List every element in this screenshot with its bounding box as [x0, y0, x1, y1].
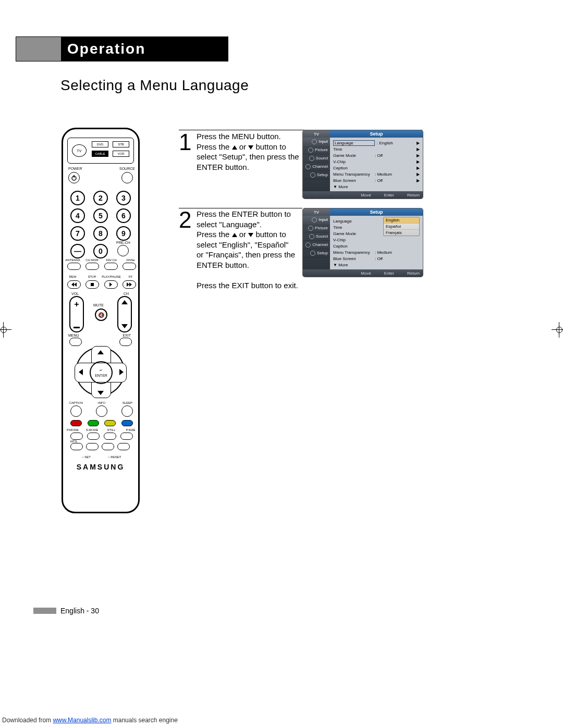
osd-side-picture: Picture: [303, 146, 330, 154]
osd-row-caption: Caption: [333, 166, 375, 170]
page-title: Selecting a Menu Language: [60, 77, 249, 94]
osd-sidebar: Input Picture Sound Channel Setup: [303, 216, 330, 269]
remote-green-button: [88, 420, 99, 426]
remote-num-0: 0: [93, 244, 108, 258]
osd-side-setup: Setup: [303, 171, 330, 179]
minus-icon: [74, 327, 80, 328]
step2-line2: select "Language".: [197, 220, 262, 229]
remote-dnse-button: [123, 263, 136, 270]
remote-mts-button: [70, 443, 83, 450]
remote-menu-label: MENU: [68, 334, 79, 337]
step-2-number: 2: [179, 207, 191, 233]
osd-row-caption: Caption: [333, 244, 375, 249]
remote-row4: [70, 433, 133, 440]
remote-menu-button: [69, 338, 82, 346]
mute-icon: 🔇: [98, 312, 104, 318]
remote-favch-button: [104, 263, 118, 270]
remote-row2: [67, 263, 136, 270]
remote-num-8: 8: [93, 226, 108, 241]
setup-icon: [310, 251, 315, 256]
remote-ff-label: FF: [121, 275, 140, 278]
osd-row-more: ▼ More: [333, 183, 420, 189]
remote-num-3: 3: [116, 191, 131, 205]
remote-num-dash: —: [70, 244, 85, 258]
chevron-right-icon: ▶: [415, 172, 420, 177]
remote-prech-button: [117, 245, 129, 256]
osd-screenshot-2: TV Setup Input Picture Sound Channel Set…: [303, 208, 423, 277]
osd-row-vchip: V-Chip: [333, 159, 375, 164]
plus-icon: +: [74, 300, 79, 309]
remote-dnse-label: DNSe: [121, 258, 140, 262]
chevron-right-icon: ▶: [415, 178, 420, 183]
osd-bottom-bar: Move Enter Return: [303, 191, 423, 199]
osd-main: Language: English▶ Time▶ Game Mode: Off▶…: [330, 138, 423, 191]
osd-row-time: Time: [333, 225, 375, 230]
osd-side-picture: Picture: [303, 224, 330, 232]
remote-num-2: 2: [93, 191, 108, 205]
header-black-block: Operation: [61, 37, 228, 61]
remote-mute-label: MUTE: [93, 303, 104, 307]
manualslib-link[interactable]: www.Manualslib.com: [53, 717, 111, 724]
power-icon: [70, 174, 78, 181]
remote-source-label: SOURCE: [119, 167, 135, 170]
chevron-right-icon: ▶: [415, 147, 420, 152]
remote-exit-label: EXIT: [123, 334, 131, 337]
osd-row-blue: Blue Screen: [333, 256, 375, 261]
picture-icon: [308, 147, 313, 153]
crop-mark-left: [0, 322, 11, 338]
osd-row-blue-value: : Off: [375, 256, 420, 261]
remote-favch-label: FAV.CH: [102, 258, 121, 262]
remote-still-button: [104, 433, 116, 440]
remote-extra2-button: [102, 443, 114, 450]
step2-line7: Press the EXIT button to exit.: [197, 281, 298, 290]
step2-line5: or "Français", then press the: [197, 250, 295, 259]
remote-color-row: [70, 420, 133, 426]
remote-row5: [70, 443, 133, 450]
remote-vol-label: VOL: [71, 292, 79, 295]
osd-side-input: Input: [303, 138, 330, 146]
osd-enter-hint: Enter: [378, 271, 394, 276]
osd-sidebar: Input Picture Sound Channel Setup: [303, 138, 330, 191]
remote-num-1: 1: [70, 191, 85, 205]
remote-pmode-label: P.MODE: [63, 428, 82, 431]
remote-num-6: 6: [116, 208, 131, 223]
remote-dvd-button: DVD: [92, 141, 108, 147]
osd-side-sound: Sound: [303, 232, 330, 241]
remote-exit-button: [119, 338, 132, 346]
osd-row-menutrans: Menu Transparency: [333, 250, 375, 255]
remote-num-4: 4: [70, 208, 85, 223]
remote-source-button: [121, 172, 133, 183]
remote-yellow-button: [104, 420, 116, 426]
chevron-right-icon: ▶: [415, 166, 420, 170]
dpad-up-icon: [97, 350, 104, 354]
remote-ff-button: [123, 280, 136, 289]
remote-vol-rocker: +: [69, 296, 84, 332]
remote-enter-button: ↵ ENTER: [90, 361, 113, 384]
remote-stop-label: STOP: [82, 275, 102, 278]
remote-rew-label: REW: [63, 275, 82, 278]
remote-sleep-button: [121, 405, 133, 417]
remote-reset-label: ○ RESET: [108, 455, 121, 459]
remote-psize-label: P.SIZE: [121, 428, 140, 431]
step2-line4: select "English", "Español": [197, 240, 288, 249]
chevron-right-icon: ▶: [415, 141, 420, 145]
dpad-right-icon: [119, 369, 124, 375]
footer-gray-block: [33, 608, 56, 614]
down-arrow-icon: [248, 233, 253, 237]
osd-row-language: Language: [333, 140, 375, 146]
header-gray-block: [16, 37, 61, 61]
osd-row-blue: Blue Screen: [333, 178, 375, 183]
remote-row2-labels: ANTENNA CH MGR FAV.CH DNSe: [63, 258, 140, 262]
enter-icon: ↵: [100, 368, 103, 373]
remote-transport-labels: REW STOP PLAY/PAUSE FF: [63, 275, 140, 278]
osd-row-game: Game Mode: [333, 231, 375, 236]
osd-enter-hint: Enter: [378, 193, 394, 198]
osd-row-language: Language: [333, 219, 375, 224]
remote-ch-label: CH: [124, 292, 129, 295]
osd-side-sound: Sound: [303, 154, 330, 163]
step2-line3a: Press the: [197, 230, 232, 239]
remote-smode-label: S.MODE: [82, 428, 102, 431]
remote-antenna-label: ANTENNA: [63, 258, 82, 262]
step1-line2b: or: [237, 142, 249, 151]
remote-top-panel: TV DVD STB CABLE VCR: [67, 138, 134, 164]
